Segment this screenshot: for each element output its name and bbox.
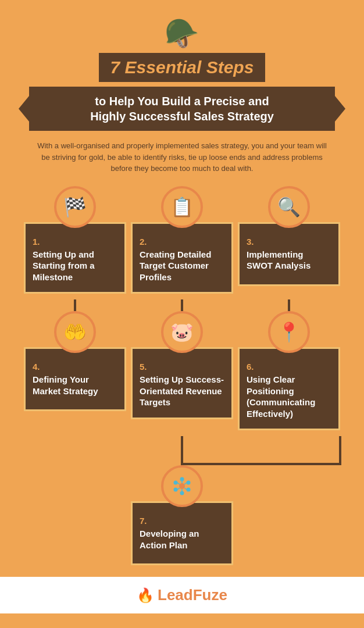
step-4-label: Defining Your Market Strategy	[33, 374, 98, 396]
step-3-card: 🔍 3. Implementing SWOT Analysis	[238, 186, 340, 294]
step-3-content: 3. Implementing SWOT Analysis	[238, 222, 340, 286]
step-2-icon: 📋	[161, 186, 203, 228]
step-2-label: Creating Detailed Target Customer Profil…	[140, 249, 211, 282]
page-wrapper: 🪖 7 Essential Steps to Help You Build a …	[0, 0, 364, 628]
logo-text: LeadFuze	[158, 586, 227, 604]
step-5-card: 🐷 5. Setting Up Success-Orientated Reven…	[131, 311, 233, 430]
step-6-icon: 📍	[268, 311, 310, 353]
description: With a well-organised and properly imple…	[12, 140, 352, 174]
step-4-icon: 🤲	[54, 311, 96, 353]
subtitle-box: to Help You Build a Precise and Highly S…	[29, 87, 335, 131]
step-6-label: Using Clear Positioning (Communicating E…	[247, 374, 315, 419]
main-title: 7 Essential Steps	[110, 58, 254, 77]
step-4-number: 4.	[33, 362, 117, 372]
title-box: 7 Essential Steps	[99, 53, 266, 82]
step-3-label: Implementing SWOT Analysis	[247, 249, 311, 271]
step-7-icon	[161, 465, 203, 507]
step-1-content: 1. Setting Up and Starting from a Milest…	[24, 222, 126, 294]
svg-line-10	[184, 483, 187, 484]
step-1-card: 🏁 1. Setting Up and Starting from a Mile…	[24, 186, 126, 294]
step-3-number: 3.	[247, 237, 331, 247]
svg-point-1	[180, 477, 184, 481]
step-2-card: 📋 2. Creating Detailed Target Customer P…	[131, 186, 233, 294]
step-1-label: Setting Up and Starting from a Milestone	[33, 249, 95, 282]
step-7-label: Developing an Action Plan	[140, 529, 199, 550]
step-6-card: 📍 6. Using Clear Positioning (Communicat…	[238, 311, 340, 430]
header: 🪖 7 Essential Steps to Help You Build a …	[0, 12, 364, 174]
step-7-content: 7. Developing an Action Plan	[131, 501, 233, 565]
step-3-icon: 🔍	[268, 186, 310, 228]
step-6-content: 6. Using Clear Positioning (Communicatin…	[238, 347, 340, 430]
step-7-number: 7.	[140, 516, 224, 526]
svg-line-12	[184, 488, 187, 490]
svg-point-3	[174, 481, 178, 485]
step-5-icon: 🐷	[161, 311, 203, 353]
steps-row-1: 🏁 1. Setting Up and Starting from a Mile…	[0, 186, 364, 294]
svg-point-6	[187, 488, 191, 492]
steps-row-3: 7. Developing an Action Plan	[0, 465, 364, 565]
subtitle: to Help You Build a Precise and Highly S…	[41, 94, 323, 124]
step-5-number: 5.	[140, 362, 224, 372]
step-4-card: 🤲 4. Defining Your Market Strategy	[24, 311, 126, 430]
l-connector	[17, 436, 347, 465]
step-5-label: Setting Up Success-Orientated Revenue Ta…	[140, 374, 224, 407]
steps-row-2: 🤲 4. Defining Your Market Strategy 🐷 5. …	[0, 311, 364, 430]
step-5-content: 5. Setting Up Success-Orientated Revenue…	[131, 347, 233, 419]
step-7-card: 7. Developing an Action Plan	[131, 465, 233, 565]
svg-point-2	[180, 491, 184, 495]
step-1-icon: 🏁	[54, 186, 96, 228]
step-4-content: 4. Defining Your Market Strategy	[24, 347, 126, 411]
svg-line-11	[177, 488, 180, 490]
step-2-number: 2.	[140, 237, 224, 247]
svg-line-9	[177, 483, 180, 484]
header-icon: 🪖	[12, 17, 352, 50]
logo: 🔥 LeadFuze	[137, 586, 227, 604]
svg-point-4	[187, 481, 191, 485]
logo-flame-icon: 🔥	[137, 587, 154, 604]
footer: 🔥 LeadFuze	[0, 577, 364, 613]
step-2-content: 2. Creating Detailed Target Customer Pro…	[131, 222, 233, 294]
step-1-number: 1.	[33, 237, 117, 247]
step-6-number: 6.	[247, 362, 331, 372]
svg-point-5	[174, 488, 178, 492]
svg-point-0	[179, 483, 185, 489]
